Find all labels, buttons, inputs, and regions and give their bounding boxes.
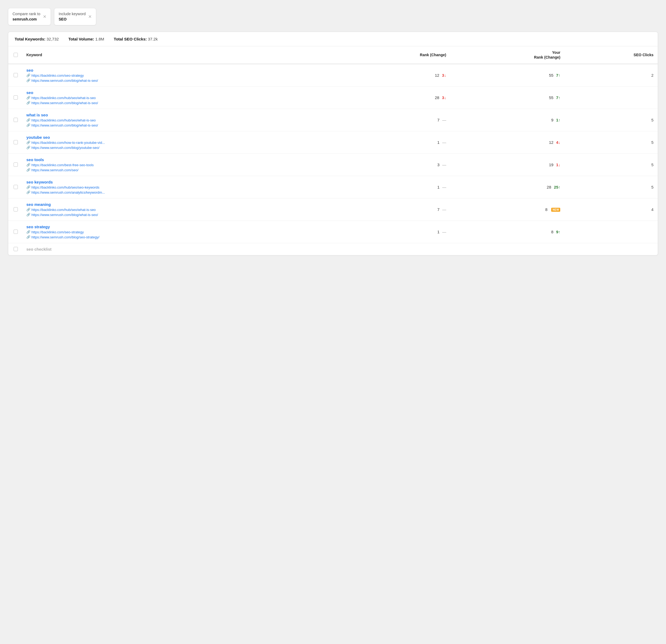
- select-all-header[interactable]: [8, 46, 22, 64]
- row-checkbox[interactable]: [14, 207, 18, 212]
- row-checkbox-cell: [8, 176, 22, 198]
- keyword-name[interactable]: youtube seo: [27, 135, 332, 140]
- external-link-icon: 🔗: [27, 185, 30, 189]
- your-rank-col-header: YourRank (Change): [451, 46, 565, 64]
- rank-change-neutral: —: [442, 162, 446, 167]
- keyword-url[interactable]: 🔗 https://backlinko.com/hub/seo/what-is-…: [27, 118, 332, 122]
- seo-clicks-cell: 2: [564, 64, 658, 87]
- external-link-icon: 🔗: [27, 235, 30, 239]
- filter-chip-close[interactable]: ✕: [88, 15, 92, 19]
- row-checkbox[interactable]: [14, 140, 18, 144]
- rank-cell: 7 —: [336, 109, 451, 131]
- seo-clicks-value: 5: [651, 185, 653, 190]
- seo-clicks-cell: 5: [564, 109, 658, 131]
- table-row: seo tools 🔗 https://backlinko.com/best-f…: [8, 154, 658, 176]
- external-link-icon: 🔗: [27, 168, 30, 172]
- keyword-name[interactable]: seo checklist: [27, 247, 332, 251]
- rank-change-neutral: —: [442, 140, 446, 145]
- keyword-name[interactable]: seo keywords: [27, 180, 332, 184]
- table-row: what is seo 🔗 https://backlinko.com/hub/…: [8, 109, 658, 131]
- your-rank-cell: 12 4↓: [451, 131, 565, 154]
- rank-change-neutral: —: [442, 230, 446, 234]
- your-rank-cell: [451, 243, 565, 255]
- your-rank-cell: 8 NEW: [451, 198, 565, 220]
- your-rank-number: 28: [547, 185, 551, 190]
- select-all-checkbox[interactable]: [14, 53, 18, 57]
- your-rank-cell: 19 1↓: [451, 154, 565, 176]
- filter-chip-text: Compare rank to semrush.com: [13, 12, 40, 22]
- keyword-name[interactable]: what is seo: [27, 113, 332, 117]
- row-checkbox[interactable]: [14, 95, 18, 100]
- new-badge: NEW: [551, 208, 560, 212]
- filter-chip-compare-rank: Compare rank to semrush.com ✕: [8, 8, 51, 25]
- keyword-cell: seo checklist: [22, 243, 336, 255]
- keyword-url[interactable]: 🔗 https://www.semrush.com/blog/what-is-s…: [27, 213, 332, 217]
- keyword-url[interactable]: 🔗 https://www.semrush.com/blog/what-is-s…: [27, 101, 332, 105]
- row-checkbox[interactable]: [14, 230, 18, 234]
- external-link-icon: 🔗: [27, 191, 30, 194]
- external-link-icon: 🔗: [27, 230, 30, 234]
- rank-number: 12: [435, 73, 439, 77]
- keyword-url[interactable]: 🔗 https://www.semrush.com/blog/seo-strat…: [27, 235, 332, 239]
- rank-cell: 7 —: [336, 198, 451, 220]
- filter-chip-text: Include keyword SEO: [58, 12, 86, 22]
- table-row: seo strategy 🔗 https://backlinko.com/seo…: [8, 220, 658, 243]
- rank-cell: 28 3↓: [336, 86, 451, 109]
- rank-number: 7: [437, 118, 439, 122]
- keyword-url[interactable]: 🔗 https://backlinko.com/seo-strategy: [27, 230, 332, 234]
- seo-clicks-cell: 5: [564, 131, 658, 154]
- external-link-icon: 🔗: [27, 208, 30, 212]
- seo-clicks-cell: [564, 220, 658, 243]
- keyword-cell: youtube seo 🔗 https://backlinko.com/how-…: [22, 131, 336, 154]
- rank-change-neutral: —: [442, 207, 446, 212]
- row-checkbox[interactable]: [14, 185, 18, 189]
- row-checkbox[interactable]: [14, 118, 18, 122]
- your-rank-number: 8: [545, 207, 547, 212]
- keyword-url[interactable]: 🔗 https://www.semrush.com/seo/: [27, 168, 332, 172]
- your-rank-change-up: 1↑: [556, 118, 561, 122]
- seo-clicks-value: 2: [651, 73, 653, 77]
- row-checkbox[interactable]: [14, 162, 18, 167]
- keyword-cell: what is seo 🔗 https://backlinko.com/hub/…: [22, 109, 336, 131]
- external-link-icon: 🔗: [27, 118, 30, 122]
- external-link-icon: 🔗: [27, 78, 30, 82]
- seo-clicks-cell: [564, 86, 658, 109]
- row-checkbox-cell: [8, 243, 22, 255]
- keyword-name[interactable]: seo tools: [27, 157, 332, 162]
- rank-change-neutral: —: [442, 118, 446, 122]
- your-rank-cell: 55 7↑: [451, 64, 565, 87]
- keyword-name[interactable]: seo strategy: [27, 225, 332, 229]
- row-checkbox[interactable]: [14, 73, 18, 77]
- keyword-name[interactable]: seo meaning: [27, 202, 332, 207]
- total-volume-stat: Total Volume: 1.8M: [68, 37, 104, 41]
- row-checkbox-cell: [8, 86, 22, 109]
- your-rank-cell: 55 7↑: [451, 86, 565, 109]
- your-rank-change-up: 9↑: [556, 230, 561, 234]
- keyword-url[interactable]: 🔗 https://www.semrush.com/blog/youtube-s…: [27, 146, 332, 150]
- keyword-name[interactable]: seo: [27, 90, 332, 95]
- keywords-table: Keyword Rank (Change) YourRank (Change) …: [8, 46, 658, 255]
- keyword-url[interactable]: 🔗 https://backlinko.com/hub/seo/what-is-…: [27, 208, 332, 212]
- keyword-url[interactable]: 🔗 https://www.semrush.com/analytics/keyw…: [27, 191, 332, 194]
- seo-clicks-cell: 4: [564, 198, 658, 220]
- keyword-name[interactable]: seo: [27, 68, 332, 72]
- your-rank-cell: 28 25↑: [451, 176, 565, 198]
- filter-chip-close[interactable]: ✕: [43, 15, 46, 19]
- keyword-url[interactable]: 🔗 https://backlinko.com/best-free-seo-to…: [27, 163, 332, 167]
- rank-number: 1: [437, 230, 439, 234]
- keyword-url[interactable]: 🔗 https://backlinko.com/how-to-rank-yout…: [27, 141, 332, 145]
- keyword-col-header: Keyword: [22, 46, 336, 64]
- your-rank-cell: 9 1↑: [451, 109, 565, 131]
- keyword-url[interactable]: 🔗 https://www.semrush.com/blog/what-is-s…: [27, 78, 332, 83]
- row-checkbox-cell: [8, 64, 22, 87]
- keyword-cell: seo meaning 🔗 https://backlinko.com/hub/…: [22, 198, 336, 220]
- external-link-icon: 🔗: [27, 101, 30, 105]
- keyword-url[interactable]: 🔗 https://backlinko.com/hub/seo/seo-keyw…: [27, 185, 332, 190]
- your-rank-number: 9: [551, 118, 553, 122]
- keyword-url[interactable]: 🔗 https://backlinko.com/hub/seo/what-is-…: [27, 96, 332, 100]
- keyword-url[interactable]: 🔗 https://www.semrush.com/blog/what-is-s…: [27, 123, 332, 127]
- table-row: youtube seo 🔗 https://backlinko.com/how-…: [8, 131, 658, 154]
- row-checkbox[interactable]: [14, 247, 18, 251]
- rank-cell: [336, 243, 451, 255]
- keyword-url[interactable]: 🔗 https://backlinko.com/seo-strategy: [27, 73, 332, 77]
